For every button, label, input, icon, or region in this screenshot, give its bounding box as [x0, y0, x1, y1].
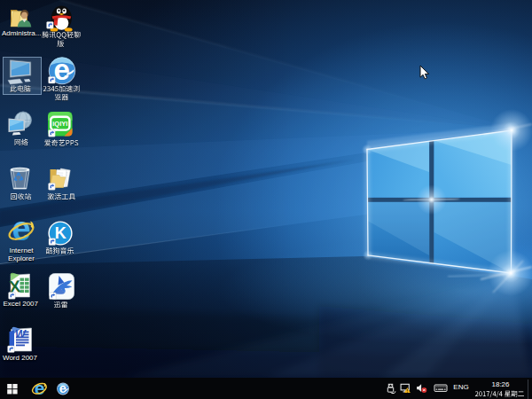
- svg-text:e: e: [59, 381, 66, 395]
- svg-text:e: e: [35, 378, 45, 398]
